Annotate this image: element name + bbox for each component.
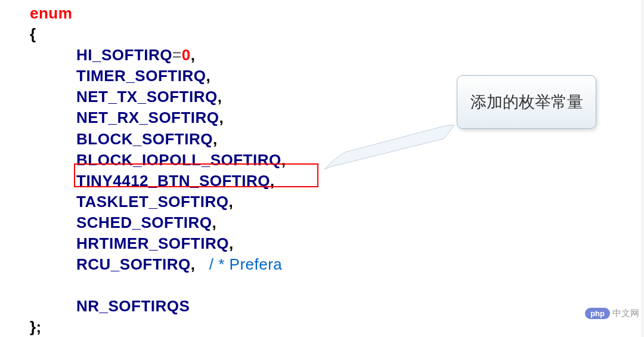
enum-line-9: HRTIMER_SOFTIRQ, xyxy=(30,233,286,254)
enum-keyword-line: enum xyxy=(30,3,286,24)
annotation-callout: 添加的枚举常量 xyxy=(457,75,596,129)
watermark-logo: php 中文网 xyxy=(585,308,639,319)
logo-text: 中文网 xyxy=(612,308,639,319)
logo-badge: php xyxy=(585,308,610,319)
code-block: enum { HI_SOFTIRQ=0, TIMER_SOFTIRQ, NET_… xyxy=(30,3,286,337)
enum-line-7: TASKLET_SOFTIRQ, xyxy=(30,191,286,212)
enum-line-3: NET_RX_SOFTIRQ, xyxy=(30,107,286,128)
close-brace-line: }; xyxy=(30,317,286,337)
enum-line-5: BLOCK_IOPOLL_SOFTIRQ, xyxy=(30,150,286,171)
enum-line-1: TIMER_SOFTIRQ, xyxy=(30,66,286,86)
enum-line-2: NET_TX_SOFTIRQ, xyxy=(30,86,286,107)
callout-connector xyxy=(316,123,465,171)
enum-line-0: HI_SOFTIRQ=0, xyxy=(30,45,286,66)
open-brace-line: { xyxy=(30,24,286,45)
enum-blank-line xyxy=(30,275,286,296)
enum-line-12: NR_SOFTIRQS xyxy=(30,296,286,317)
keyword-enum: enum xyxy=(30,4,72,22)
callout-text: 添加的枚举常量 xyxy=(470,91,583,113)
enum-line-10: RCU_SOFTIRQ, / * Prefera xyxy=(30,254,286,275)
enum-line-8: SCHED_SOFTIRQ, xyxy=(30,212,286,233)
enum-line-4: BLOCK_SOFTIRQ, xyxy=(30,129,286,150)
enum-line-6: TINY4412_BTN_SOFTIRQ, xyxy=(30,171,286,191)
